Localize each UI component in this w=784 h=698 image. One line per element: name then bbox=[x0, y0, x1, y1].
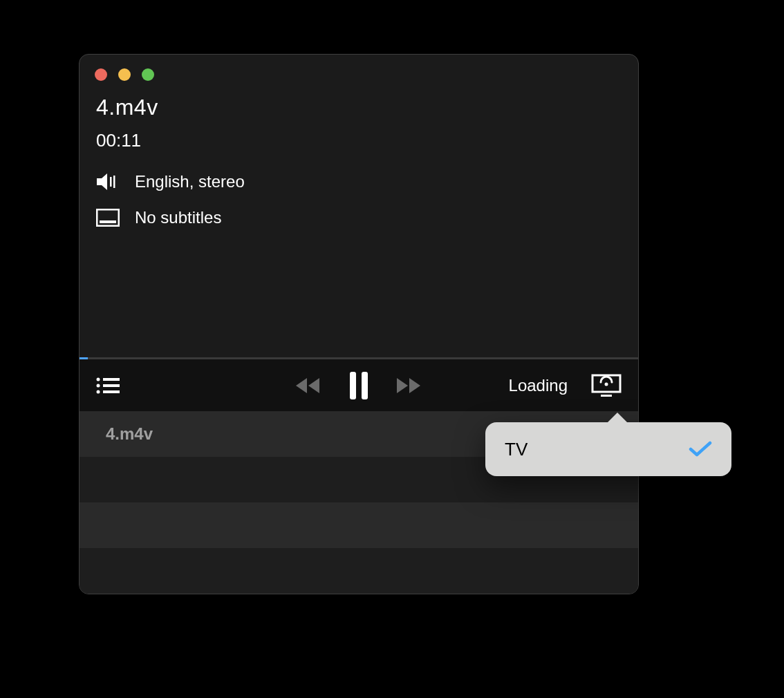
status-text: Loading bbox=[509, 376, 568, 395]
svg-point-5 bbox=[97, 384, 100, 387]
rewind-icon bbox=[295, 377, 322, 395]
video-title: 4.m4v bbox=[96, 95, 245, 120]
zoom-window-button[interactable] bbox=[142, 68, 154, 81]
svg-point-13 bbox=[605, 382, 608, 386]
svg-rect-9 bbox=[103, 390, 120, 393]
svg-rect-14 bbox=[601, 395, 612, 397]
audio-track-label: English, stereo bbox=[135, 172, 245, 191]
forward-button[interactable] bbox=[395, 377, 423, 395]
svg-point-4 bbox=[97, 377, 100, 381]
fast-forward-icon bbox=[395, 377, 423, 395]
minimize-window-button[interactable] bbox=[118, 68, 131, 81]
pause-button[interactable] bbox=[348, 372, 369, 399]
playback-controls: Loading bbox=[80, 359, 638, 411]
player-window: 4.m4v 00:11 English, stereo No subtitles bbox=[79, 54, 639, 594]
cast-device-item[interactable]: TV bbox=[485, 422, 731, 476]
rewind-button[interactable] bbox=[295, 377, 322, 395]
svg-rect-11 bbox=[362, 372, 368, 399]
close-window-button[interactable] bbox=[95, 68, 107, 81]
audio-track-row[interactable]: English, stereo bbox=[96, 172, 245, 191]
popover-arrow bbox=[606, 413, 628, 424]
svg-point-6 bbox=[97, 390, 100, 393]
pause-icon bbox=[348, 372, 369, 399]
subtitles-icon bbox=[96, 209, 121, 227]
svg-rect-1 bbox=[113, 176, 115, 188]
svg-rect-3 bbox=[100, 220, 116, 223]
volume-icon bbox=[96, 173, 121, 191]
list-icon bbox=[96, 377, 120, 395]
checkmark-icon bbox=[689, 441, 712, 458]
cast-icon bbox=[591, 374, 622, 397]
playlist-toggle-button[interactable] bbox=[96, 377, 120, 395]
svg-rect-0 bbox=[110, 177, 112, 187]
subtitles-row[interactable]: No subtitles bbox=[96, 208, 245, 227]
playlist-item-label: 4.m4v bbox=[106, 424, 153, 444]
subtitles-label: No subtitles bbox=[135, 208, 221, 227]
playlist-item[interactable] bbox=[80, 502, 638, 548]
svg-rect-2 bbox=[97, 209, 119, 226]
cast-button[interactable] bbox=[591, 374, 622, 397]
cast-device-label: TV bbox=[505, 439, 528, 460]
playlist-item[interactable] bbox=[80, 548, 638, 594]
window-controls bbox=[95, 68, 154, 81]
video-info-overlay: 4.m4v 00:11 English, stereo No subtitles bbox=[96, 95, 245, 244]
elapsed-time: 00:11 bbox=[96, 130, 245, 151]
cast-popover: TV bbox=[485, 422, 731, 476]
svg-rect-8 bbox=[103, 384, 120, 387]
svg-rect-10 bbox=[350, 372, 356, 399]
svg-rect-7 bbox=[103, 378, 120, 381]
